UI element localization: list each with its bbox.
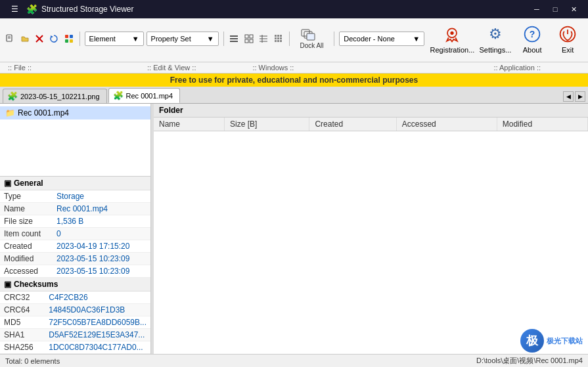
watermark-text: 极光下载站: [547, 336, 583, 346]
folder-icon: 📁: [5, 108, 15, 118]
prop-value: 1,536 B: [53, 215, 150, 228]
watermark-icon: 极: [520, 329, 544, 353]
svg-rect-9: [70, 39, 73, 43]
checksum-value: C4F2CB26: [45, 291, 150, 304]
checksum-row: CRC6414845D0AC36F1D3B: [0, 304, 150, 316]
hamburger-button[interactable]: ☰: [5, 0, 24, 18]
view-hex-button[interactable]: [272, 32, 284, 46]
folder-header: Folder: [154, 104, 588, 118]
general-section-header[interactable]: ▣ General: [0, 177, 150, 190]
right-panel: Folder Name Size [B] Created Accessed Mo…: [154, 104, 588, 354]
settings-icon: ⚙: [485, 24, 506, 45]
tab-png-icon: 🧩: [7, 91, 18, 101]
svg-rect-26: [280, 37, 282, 39]
checksum-value: 14845D0AC36F1D3B: [45, 304, 150, 316]
file-section-label[interactable]: :: File ::: [3, 63, 37, 72]
svg-rect-6: [65, 35, 68, 38]
checksum-value: D5AF52E129E15E3A347...: [45, 329, 150, 341]
col-modified[interactable]: Modified: [497, 118, 587, 131]
svg-text:?: ?: [530, 29, 535, 39]
prop-value: 2023-04-19 17:15:20: [53, 240, 150, 253]
folder-table: Name Size [B] Created Accessed Modified: [154, 118, 588, 131]
open-button[interactable]: [18, 32, 30, 46]
windows-section-label[interactable]: :: Windows ::: [247, 63, 299, 72]
exit-icon: [557, 24, 578, 45]
svg-rect-10: [230, 35, 238, 37]
col-name[interactable]: Name: [154, 118, 225, 131]
toolbar-row1: Element ▼ Property Set ▼: [4, 21, 584, 56]
window-controls: ─ □ ✕: [528, 0, 583, 18]
separator-4: [334, 32, 334, 46]
view-grid-button[interactable]: [258, 32, 269, 46]
status-left: Total: 0 elements: [5, 357, 60, 365]
svg-rect-27: [275, 40, 277, 42]
svg-point-34: [451, 32, 454, 35]
props-row: Modified2023-05-15 10:23:09: [0, 253, 150, 265]
left-panel: 📁 Rec 0001.mp4 ▣ General TypeStorageName…: [0, 104, 151, 354]
tab-prev-button[interactable]: ◀: [563, 91, 574, 102]
checksums-section-header[interactable]: ▣ Checksums: [0, 278, 150, 291]
svg-rect-23: [280, 35, 282, 37]
checksum-row: SHA1D5AF52E129E15E3A347...: [0, 329, 150, 341]
property-set-dropdown[interactable]: Property Set ▼: [147, 32, 219, 46]
view-details-button[interactable]: [228, 32, 240, 46]
tab-png[interactable]: 🧩 2023-05-15_102211.png: [3, 89, 107, 103]
view-list-button[interactable]: [243, 32, 255, 46]
decoder-dropdown[interactable]: Decoder - None ▼: [339, 32, 424, 46]
minimize-button[interactable]: ─: [528, 0, 546, 18]
tree-root-item[interactable]: 📁 Rec 0001.mp4: [0, 106, 150, 119]
dock-all-button[interactable]: Dock All: [294, 27, 329, 51]
element-dropdown[interactable]: Element ▼: [85, 32, 144, 46]
checksum-key: MD5: [0, 316, 45, 329]
banner: Free to use for private, educational and…: [0, 74, 588, 87]
svg-rect-21: [275, 35, 277, 37]
checksum-row: CRC32C4F2CB26: [0, 291, 150, 304]
properties-panel: ▣ General TypeStorageNameRec 0001.mp4Fil…: [0, 176, 150, 354]
prop-key: Created: [0, 240, 53, 253]
settings-button[interactable]: ⚙ Settings...: [478, 21, 513, 56]
col-created[interactable]: Created: [309, 118, 396, 131]
refresh-button[interactable]: [48, 32, 60, 46]
prop-value: 0: [53, 228, 150, 240]
close-button[interactable]: ✕: [564, 0, 583, 18]
checksums-section-label: Checksums: [14, 280, 58, 289]
maximize-button[interactable]: □: [546, 0, 564, 18]
checksum-key: CRC32: [0, 291, 45, 304]
checksum-key: SHA256: [0, 341, 45, 354]
office-button[interactable]: [62, 32, 74, 46]
svg-rect-22: [277, 35, 279, 37]
status-right: D:\tools\桌面\视频\Rec 0001.mp4: [476, 356, 583, 366]
about-button[interactable]: ? About: [516, 21, 549, 56]
col-accessed[interactable]: Accessed: [396, 118, 497, 131]
prop-key: Type: [0, 190, 53, 203]
tab-mp4-label: Rec 0001.mp4: [126, 92, 173, 100]
svg-rect-25: [277, 37, 279, 39]
application-section-label[interactable]: :: Application ::: [488, 63, 546, 72]
registration-button[interactable]: Registration...: [430, 21, 474, 56]
tab-next-button[interactable]: ▶: [575, 91, 585, 102]
new-button[interactable]: [4, 32, 16, 46]
checksum-key: CRC64: [0, 304, 45, 316]
edit-view-section-label[interactable]: :: Edit & View ::: [142, 63, 201, 72]
prop-key: Accessed: [0, 265, 53, 278]
svg-rect-13: [245, 35, 248, 38]
checksums-table: CRC32C4F2CB26CRC6414845D0AC36F1D3BMD572F…: [0, 291, 150, 354]
col-size[interactable]: Size [B]: [225, 118, 309, 131]
svg-rect-24: [275, 37, 277, 39]
status-bar: Total: 0 elements 极 极光下载站 D:\tools\桌面\视频…: [0, 354, 588, 367]
exit-button[interactable]: Exit: [551, 21, 584, 56]
folder-table-header: Name Size [B] Created Accessed Modified: [154, 118, 588, 131]
prop-value: Rec 0001.mp4: [53, 203, 150, 215]
checksum-row: MD572F5C05B7EA8DD6059B...: [0, 316, 150, 329]
app-icon: 🧩: [26, 4, 37, 14]
svg-marker-5: [51, 35, 53, 38]
svg-rect-11: [230, 38, 238, 39]
tab-mp4[interactable]: 🧩 Rec 0001.mp4: [108, 88, 181, 103]
svg-rect-28: [277, 40, 279, 42]
checksums-collapse-icon: ▣: [4, 280, 11, 289]
toolbar-area: Element ▼ Property Set ▼: [0, 18, 588, 62]
props-row: Item count0: [0, 228, 150, 240]
svg-rect-7: [70, 35, 73, 38]
general-section-label: General: [14, 179, 43, 188]
delete-button[interactable]: [34, 32, 45, 46]
